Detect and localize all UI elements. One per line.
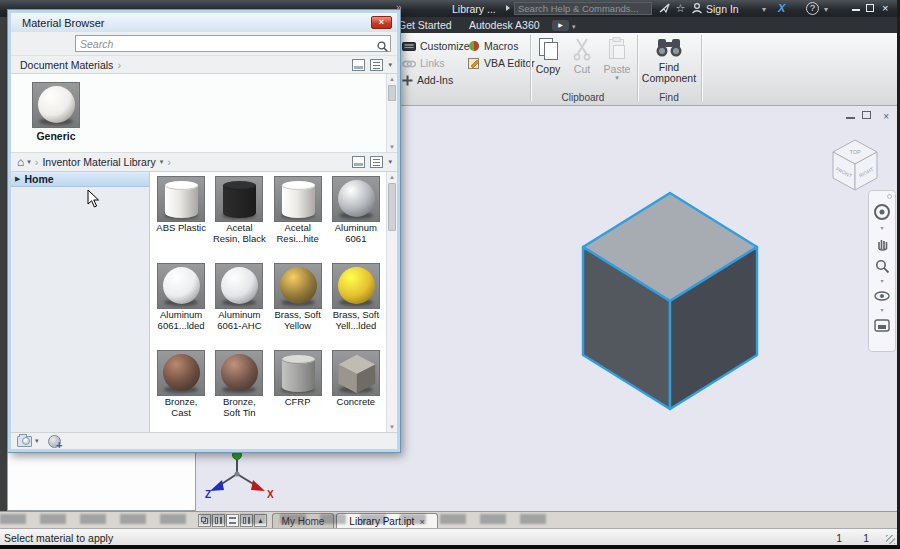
material-item[interactable]: Acetal Resin, Black (210, 174, 268, 261)
material-search-input[interactable] (75, 35, 391, 52)
material-item[interactable]: Aluminum 6061-AHC (210, 261, 268, 348)
material-item[interactable]: CFRP (269, 348, 327, 435)
list-view-icon[interactable] (370, 156, 383, 168)
material-item[interactable]: ABS Plastic (152, 174, 210, 261)
scroll-up-icon[interactable]: ▲ (387, 174, 397, 180)
tree-item-home[interactable]: ▶ Home (11, 172, 149, 187)
material-swatch[interactable] (332, 350, 380, 396)
copy-icon (537, 51, 559, 63)
help-search-input[interactable] (514, 2, 652, 15)
material-item[interactable]: Bronze, Cast (152, 348, 210, 435)
copy-button[interactable]: Copy (532, 37, 564, 75)
resize-grip[interactable] (886, 535, 895, 544)
document-material-item[interactable]: Generic (31, 80, 81, 142)
tree-expand-icon[interactable]: ▶ (15, 175, 20, 183)
material-swatch[interactable] (332, 176, 380, 222)
material-item[interactable]: Bronze, Soft Tin (210, 348, 268, 435)
viewcube-top-label[interactable]: TOP (849, 149, 861, 155)
thumbnail-view-icon[interactable] (352, 59, 365, 71)
look-at-icon[interactable] (869, 318, 895, 336)
sign-in-button[interactable]: Sign In (706, 3, 739, 15)
view-options-caret-icon[interactable]: ▾ (388, 61, 392, 69)
view-options-caret-icon[interactable]: ▾ (388, 158, 392, 166)
material-swatch[interactable] (274, 350, 322, 396)
manage-library-caret-icon[interactable]: ▾ (35, 437, 39, 445)
material-swatch[interactable] (215, 350, 263, 396)
thumbnail-view-icon[interactable] (352, 156, 365, 168)
window-minimize-button[interactable] (852, 9, 860, 11)
sign-in-caret-icon[interactable]: ▾ (762, 5, 766, 14)
help-icon[interactable]: ? (806, 2, 819, 15)
material-swatch[interactable] (332, 263, 380, 309)
links-button: Links (402, 57, 445, 71)
material-browser-titlebar[interactable]: Material Browser × (11, 13, 397, 32)
material-browser-close-button[interactable]: × (371, 16, 392, 29)
material-swatch[interactable] (215, 176, 263, 222)
materials-scrollbar[interactable]: ▲ ▼ (386, 172, 397, 432)
add-ins-button[interactable]: Add-Ins (402, 74, 453, 88)
material-item[interactable]: Brass, Soft Yellow (269, 261, 327, 348)
scroll-down-icon[interactable]: ▼ (387, 424, 397, 430)
material-swatch[interactable] (157, 176, 205, 222)
material-item[interactable]: Brass, Soft Yell...lded (327, 261, 385, 348)
document-materials-label: Document Materials (20, 59, 113, 71)
material-swatch[interactable] (215, 263, 263, 309)
origin-axes-indicator: X Z (203, 446, 283, 508)
document-close-button[interactable]: × (883, 111, 889, 122)
material-swatch[interactable] (157, 263, 205, 309)
material-swatch[interactable] (274, 263, 322, 309)
macros-button[interactable]: Macros (468, 40, 518, 54)
material-swatch[interactable] (274, 176, 322, 222)
manage-library-icon[interactable] (17, 436, 32, 447)
document-minimize-button[interactable] (846, 117, 855, 119)
orbit-caret-icon[interactable]: ▾ (869, 307, 895, 314)
user-icon[interactable] (690, 2, 703, 15)
create-material-icon[interactable] (48, 435, 61, 448)
material-item[interactable]: Aluminum 6061...lded (152, 261, 210, 348)
help-caret-icon[interactable]: ▾ (824, 5, 828, 14)
model-cube[interactable] (565, 185, 775, 417)
navigation-bar[interactable]: ▾ ▾ ▾ (868, 190, 896, 352)
find-component-button[interactable]: Find Component (640, 37, 698, 84)
material-item[interactable]: Generic (31, 80, 81, 142)
scrollbar-thumb[interactable] (388, 183, 396, 231)
document-materials-header[interactable]: Document Materials › ▾ (11, 55, 397, 74)
tab-autodesk-a360[interactable]: Autodesk A360 (469, 19, 540, 31)
exchange-apps-icon[interactable]: X (778, 2, 785, 14)
title-arrow-icon[interactable] (506, 5, 510, 11)
zoom-icon[interactable] (869, 259, 895, 278)
breadcrumb-library-name[interactable]: Inventor Material Library (42, 156, 155, 168)
material-item[interactable]: Concrete (327, 348, 385, 435)
scroll-up-icon[interactable]: ▲ (387, 76, 397, 82)
material-swatch[interactable] (157, 350, 205, 396)
window-close-button[interactable]: × (882, 2, 888, 14)
material-label: CFRP (269, 396, 327, 407)
home-icon[interactable]: ⌂ (17, 155, 24, 169)
share-icon[interactable] (658, 2, 671, 15)
home-caret-icon[interactable]: ▾ (27, 158, 31, 166)
list-view-icon[interactable] (370, 59, 383, 71)
favorites-star-icon[interactable]: ☆ (674, 2, 687, 15)
scroll-down-icon[interactable]: ▼ (387, 144, 397, 150)
material-swatch[interactable] (32, 82, 80, 128)
video-tutorials-icon[interactable]: ▶ (552, 20, 569, 31)
document-restore-button[interactable] (862, 111, 871, 119)
video-caret-icon[interactable]: ▾ (572, 23, 576, 31)
material-item[interactable]: Aluminum 6061 (327, 174, 385, 261)
clipboard-group-label[interactable]: Clipboard (531, 92, 635, 103)
material-label: Aluminum 6061 (327, 222, 385, 244)
document-materials-scrollbar[interactable]: ▲ ▼ (386, 74, 397, 152)
tab-get-started[interactable]: Get Started (398, 19, 452, 31)
navigation-wheel-icon[interactable] (869, 203, 895, 225)
window-maximize-button[interactable] (866, 4, 874, 12)
customize-button[interactable]: Customize (402, 40, 470, 54)
vba-editor-button[interactable]: VBA Editor (468, 57, 535, 71)
pan-icon[interactable] (869, 236, 895, 255)
wheel-caret-icon[interactable]: ▾ (869, 225, 895, 232)
material-item[interactable]: Acetal Resi...hite (269, 174, 327, 261)
orbit-icon[interactable] (869, 289, 895, 307)
library-caret-icon[interactable]: ▾ (160, 158, 164, 166)
find-group-label[interactable]: Find (640, 92, 698, 103)
zoom-caret-icon[interactable]: ▾ (869, 278, 895, 285)
navbar-options-icon[interactable] (887, 194, 892, 199)
